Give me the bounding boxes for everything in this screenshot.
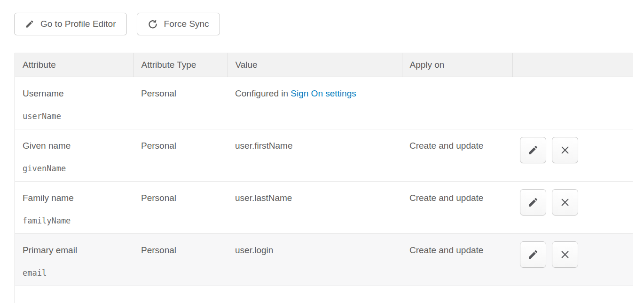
attribute-type-cell: Personal xyxy=(134,129,228,181)
edit-attribute-button[interactable] xyxy=(520,137,546,163)
value-cell: user.firstName xyxy=(228,129,402,181)
x-icon xyxy=(560,197,570,207)
force-sync-label: Force Sync xyxy=(164,19,209,29)
pencil-icon xyxy=(25,19,34,29)
pencil-icon xyxy=(527,249,539,260)
apply-on-cell: Create and update xyxy=(402,233,512,286)
column-header-apply-on: Apply on xyxy=(402,53,512,77)
apply-on-cell: Create and update xyxy=(402,129,512,181)
value-cell: user.login xyxy=(228,233,402,286)
column-header-attribute: Attribute xyxy=(15,53,134,77)
attribute-variable-name: givenName xyxy=(23,164,126,173)
table-row: Username userName Personal Configured in… xyxy=(15,77,633,129)
attribute-label: Username xyxy=(23,88,126,99)
pencil-icon xyxy=(527,197,539,208)
table-row xyxy=(15,286,633,303)
column-header-attribute-type: Attribute Type xyxy=(134,53,228,77)
attribute-type-cell: Personal xyxy=(134,181,228,233)
attribute-cell: Primary email email xyxy=(15,233,134,286)
attribute-cell: Given name givenName xyxy=(15,129,134,181)
apply-on-cell: Create and update xyxy=(402,181,512,233)
table-header-row: Attribute Attribute Type Value Apply on xyxy=(15,53,633,77)
attribute-type-cell: Personal xyxy=(134,233,228,286)
attribute-cell: Username userName xyxy=(15,77,134,129)
table-row: Family name familyName Personal user.las… xyxy=(15,181,633,233)
refresh-icon xyxy=(148,19,158,29)
column-header-value: Value xyxy=(228,53,402,77)
go-to-profile-editor-button[interactable]: Go to Profile Editor xyxy=(14,13,127,35)
attribute-mapping-table: Attribute Attribute Type Value Apply on … xyxy=(15,53,632,303)
go-to-profile-editor-label: Go to Profile Editor xyxy=(40,19,116,29)
attribute-label: Given name xyxy=(23,141,126,151)
table-row: Primary email email Personal user.login … xyxy=(15,233,633,286)
delete-attribute-button[interactable] xyxy=(552,241,578,268)
apply-on-cell xyxy=(402,77,512,129)
delete-attribute-button[interactable] xyxy=(552,189,578,215)
attribute-variable-name: userName xyxy=(23,112,126,121)
actions-cell xyxy=(512,181,633,233)
force-sync-button[interactable]: Force Sync xyxy=(137,13,220,35)
edit-attribute-button[interactable] xyxy=(520,241,546,268)
edit-attribute-button[interactable] xyxy=(520,189,546,215)
attribute-variable-name: familyName xyxy=(23,216,126,225)
value-text: Configured in xyxy=(235,88,291,98)
table-row: Given name givenName Personal user.first… xyxy=(15,129,633,181)
x-icon xyxy=(560,145,570,155)
column-header-actions xyxy=(512,53,633,77)
value-cell: Configured in Sign On settings xyxy=(228,77,402,129)
actions-cell xyxy=(512,77,633,129)
pencil-icon xyxy=(527,144,539,156)
attribute-variable-name: email xyxy=(23,268,126,278)
toolbar: Go to Profile Editor Force Sync xyxy=(14,13,220,35)
attribute-label: Family name xyxy=(23,193,126,203)
attribute-cell: Family name familyName xyxy=(15,181,134,233)
x-icon xyxy=(560,249,570,260)
sign-on-settings-link[interactable]: Sign On settings xyxy=(291,88,356,98)
actions-cell xyxy=(512,233,633,286)
attribute-type-cell: Personal xyxy=(134,77,228,129)
value-cell: user.lastName xyxy=(228,181,402,233)
delete-attribute-button[interactable] xyxy=(552,137,578,163)
actions-cell xyxy=(512,129,633,181)
attribute-label: Primary email xyxy=(23,245,126,255)
